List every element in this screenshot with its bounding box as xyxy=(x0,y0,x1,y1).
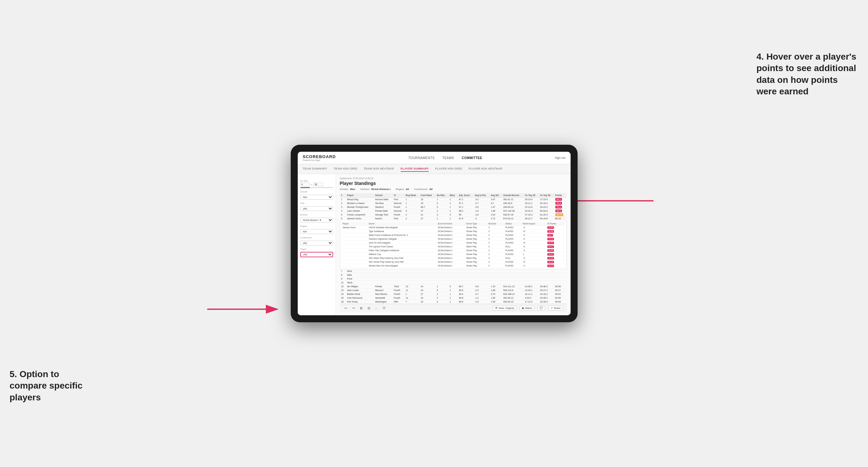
gender-select[interactable]: Men xyxy=(300,195,333,199)
table-row: 21 Tachi... xyxy=(340,281,566,285)
table-row: 24 Bastien Amat New Mexico Fourth 1 27 2… xyxy=(340,292,566,296)
table-row: 8 Mats xyxy=(340,273,566,277)
bottom-toolbar: ↩ ↪ ⊞ ⊟ … ⏱ 👁 View: Original ◉ Watch xyxy=(340,304,567,312)
tooltip-expanded-row: PlayerEventEvent DivisionEvent TypeRound… xyxy=(340,221,566,269)
brand-logo: SCOREBOARD Powered by clippi xyxy=(303,154,336,161)
sub-nav-team-h2h-grid[interactable]: TEAM H2H GRID xyxy=(334,166,357,172)
panel-title: Player Standings xyxy=(340,181,567,186)
col-record: Overall Record xyxy=(502,193,524,198)
table-row: 5 Christo Lamprecht Georgia Tech Fourth … xyxy=(340,213,566,217)
filter-division: Division: NCAA Division I xyxy=(360,188,391,191)
division-select[interactable]: NCAA Division I ▼ xyxy=(300,218,333,222)
sign-out-link[interactable]: Sign out xyxy=(555,156,565,159)
no-rds-range: – xyxy=(300,183,333,186)
filter-sidebar: No Rds. – Gender Men Year (All) Divi xyxy=(298,174,336,315)
comment-button[interactable]: 💬 xyxy=(537,306,545,310)
col-school: School xyxy=(374,193,393,198)
col-avg-sg: Avg SG xyxy=(490,193,502,198)
brand-subtitle: Powered by clippi xyxy=(303,159,336,161)
sub-nav-player-h2h-grid[interactable]: PLAYER H2H GRID xyxy=(435,166,462,172)
no-rds-slider[interactable] xyxy=(300,187,333,188)
col-vs50: Vs Top 50 xyxy=(539,193,554,198)
more-icon[interactable]: … xyxy=(374,306,379,310)
col-points: Points xyxy=(554,193,566,198)
top-navigation: SCOREBOARD Powered by clippi TOURNAMENTS… xyxy=(298,152,570,164)
no-rds-label: No Rds. xyxy=(300,180,333,182)
redo-icon[interactable]: ↪ xyxy=(351,306,356,310)
player-label: Player xyxy=(300,248,333,250)
year-label: Year xyxy=(300,202,333,204)
sub-nav-player-h2h-heatmap[interactable]: PLAYER H2H HEATMAP xyxy=(469,166,502,172)
region-select[interactable]: N/A xyxy=(300,229,333,234)
sub-nav-team-summary[interactable]: TEAM SUMMARY xyxy=(303,166,328,172)
standings-table: # Player School Yr Reg Rank Conf Rank No… xyxy=(340,193,567,304)
division-label: Division xyxy=(300,214,333,216)
nav-committee[interactable]: COMMITTEE xyxy=(462,156,482,160)
main-content: No Rds. – Gender Men Year (All) Divi xyxy=(298,174,570,315)
table-row: 9 Prest xyxy=(340,277,566,281)
player-select[interactable]: (All) xyxy=(300,252,333,257)
share-icon: ↗ xyxy=(551,307,553,310)
table-row: 1 Wenyi Ding Arizona State First 1 15 1 … xyxy=(340,198,566,201)
no-rds-min-input[interactable] xyxy=(300,183,310,186)
table-row: 22 Ian Gilligan Florida Third 10 24 1 0 … xyxy=(340,285,566,288)
table-header-row: # Player School Yr Reg Rank Conf Rank No… xyxy=(340,193,566,198)
watch-icon: ◉ xyxy=(522,307,524,310)
nav-teams[interactable]: TEAMS xyxy=(442,156,454,160)
paste-icon[interactable]: ⊟ xyxy=(367,306,371,310)
filter-region: Region: All xyxy=(396,188,409,191)
region-label: Region xyxy=(300,225,333,227)
col-vs25: Vs Top 25 xyxy=(524,193,539,198)
update-time: Update time: 27/01/2024 16:56:26 xyxy=(340,177,567,180)
clock-icon[interactable]: ⏱ xyxy=(382,306,386,310)
col-reg-rank: Reg Rank xyxy=(404,193,420,198)
year-select[interactable]: (All) xyxy=(300,206,333,211)
conference-label: Conference xyxy=(300,237,333,239)
table-row: 26 Petr Hruby Washington Fifth 7 23 0 1 … xyxy=(340,300,566,304)
sub-nav-team-h2h-heatmap[interactable]: TEAM H2H HEATMAP xyxy=(364,166,394,172)
no-rds-max-input[interactable] xyxy=(313,183,323,186)
table-row: 25 Cole Sherwood Vanderbilt Fourth 12 24… xyxy=(340,296,566,300)
table-row: 6 Jackson Koivu Auburn First 2 27 1 1 67… xyxy=(340,217,566,221)
col-player: Player xyxy=(346,193,374,198)
col-avg-par: Avg to-Par xyxy=(473,193,490,198)
filter-gender: Gender: Men xyxy=(340,188,355,191)
filter-conference: Conference: All xyxy=(414,188,433,191)
player-standings-panel: Update time: 27/01/2024 16:56:26 Player … xyxy=(336,174,570,315)
table-row: 2 Michael La Sasso Ole Miss Second 1 18 … xyxy=(340,201,566,205)
nav-links: TOURNAMENTS TEAMS COMMITTEE xyxy=(408,156,482,160)
filter-summary-row: Gender: Men Division: NCAA Division I Re… xyxy=(340,188,567,191)
table-row: 3 Michael Thorbjornsen Stanford Fourth 1… xyxy=(340,205,566,209)
tablet-screen: SCOREBOARD Powered by clippi TOURNAMENTS… xyxy=(298,152,570,315)
table-row: 7 Nichi xyxy=(340,269,566,273)
annotation-top-right: 4. Hover over a player's points to see a… xyxy=(756,51,859,97)
sub-nav-player-summary[interactable]: PLAYER SUMMARY xyxy=(401,166,429,172)
col-num: # xyxy=(340,193,346,198)
brand-title: SCOREBOARD xyxy=(303,154,336,159)
col-yr: Yr xyxy=(393,193,404,198)
table-row: 4 Luke Clanton Florida State Second 5 27… xyxy=(340,209,566,213)
col-adj-score: Adj. Score xyxy=(458,193,473,198)
nav-tournaments[interactable]: TOURNAMENTS xyxy=(408,156,435,160)
conference-select[interactable]: (All) xyxy=(300,241,333,245)
copy-icon[interactable]: ⊞ xyxy=(359,306,363,310)
sub-navigation: TEAM SUMMARY TEAM H2H GRID TEAM H2H HEAT… xyxy=(298,164,570,174)
share-button[interactable]: ↗ Share xyxy=(548,306,563,310)
col-conf-rank: Conf Rank xyxy=(420,193,435,198)
table-row: 23 Jack Lundin Missouri Fourth 11 24 0 1… xyxy=(340,288,566,292)
undo-icon[interactable]: ↩ xyxy=(344,306,348,310)
gender-label: Gender xyxy=(300,191,333,193)
col-no-rds: No Rds. xyxy=(435,193,448,198)
view-icon: 👁 xyxy=(495,307,498,310)
tablet-device: SCOREBOARD Powered by clippi TOURNAMENTS… xyxy=(291,145,578,322)
col-wins: Wins xyxy=(448,193,458,198)
annotation-bottom-left: 5. Option to compare specific players xyxy=(9,369,99,403)
watch-button[interactable]: ◉ Watch xyxy=(520,306,534,310)
view-original-button[interactable]: 👁 View: Original xyxy=(493,306,517,310)
